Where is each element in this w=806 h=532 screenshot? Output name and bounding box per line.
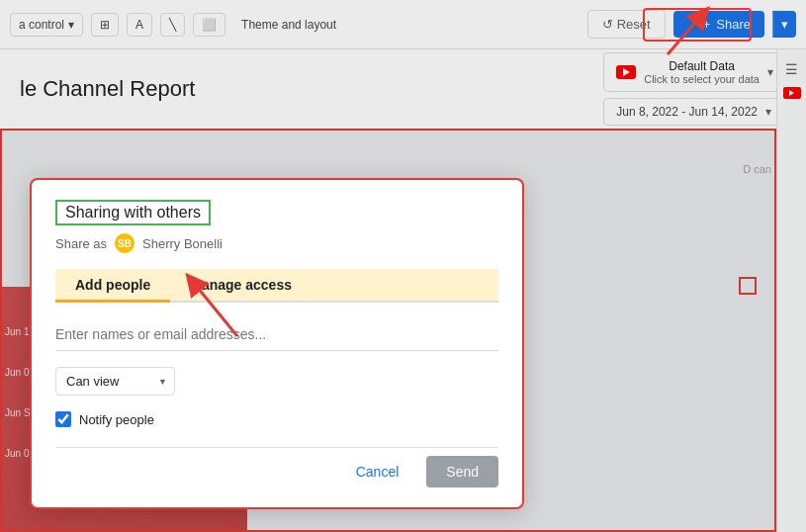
notify-row: Notify people [55, 411, 498, 427]
tab-manage-access-label: Manage access [190, 277, 292, 293]
avatar: SB [115, 233, 134, 253]
notify-label: Notify people [79, 412, 154, 427]
cancel-button[interactable]: Cancel [340, 456, 415, 488]
dialog-tabs: Add people Manage access [55, 269, 498, 303]
permission-select[interactable]: Can view Can edit Can comment [55, 367, 175, 396]
share-as-label: Share as [55, 236, 107, 251]
permission-wrapper: Can view Can edit Can comment [55, 367, 175, 396]
tab-manage-access[interactable]: Manage access [170, 269, 312, 301]
share-dialog: Sharing with others Share as SB Sherry B… [30, 178, 524, 509]
email-input[interactable] [55, 318, 498, 351]
tab-add-people-label: Add people [75, 277, 150, 293]
dialog-title: Sharing with others [55, 200, 211, 225]
send-button[interactable]: Send [426, 456, 498, 488]
permission-row: Can view Can edit Can comment [55, 367, 498, 396]
tab-add-people[interactable]: Add people [55, 269, 170, 301]
notify-checkbox[interactable] [55, 411, 71, 427]
share-as-row: Share as SB Sherry Bonelli [55, 233, 498, 253]
dialog-footer: Cancel Send [55, 447, 498, 488]
share-as-user: Sherry Bonelli [142, 236, 223, 251]
